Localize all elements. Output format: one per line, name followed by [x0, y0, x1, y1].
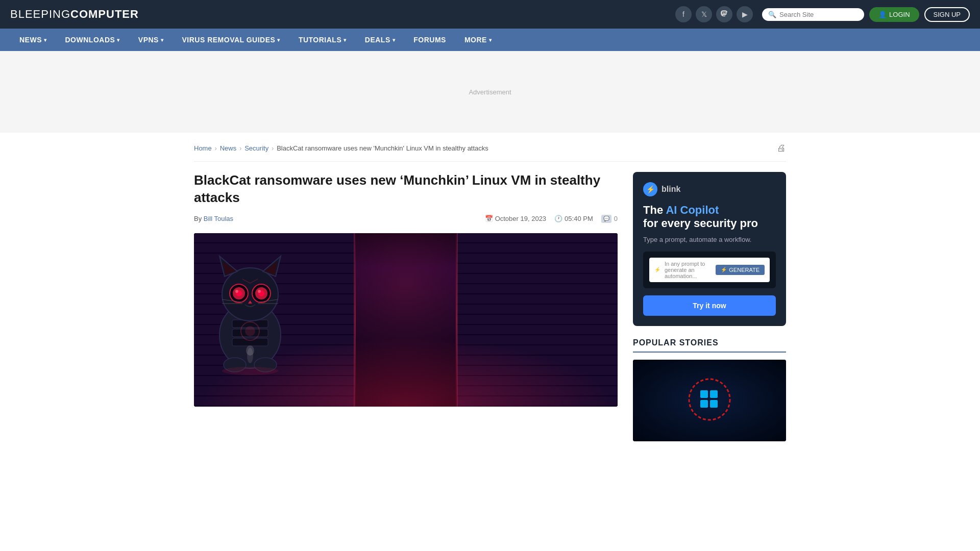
user-icon: 👤 — [878, 11, 887, 18]
breadcrumb-current: BlackCat ransomware uses new 'Munchkin' … — [277, 144, 488, 152]
comments-count[interactable]: 💬 0 — [601, 215, 618, 223]
nav-item-downloads[interactable]: DOWNLOADS ▾ — [56, 29, 129, 51]
breadcrumb-home[interactable]: Home — [194, 144, 212, 152]
logo-bold-text: COMPUTER — [70, 8, 139, 20]
author-link[interactable]: Bill Toulas — [204, 215, 233, 222]
print-icon[interactable]: 🖨 — [777, 143, 786, 154]
blink-logo-name: blink — [662, 185, 680, 194]
twitter-icon[interactable]: 𝕏 — [696, 6, 712, 22]
svg-rect-34 — [700, 400, 708, 408]
breadcrumb-security[interactable]: Security — [244, 144, 268, 152]
breadcrumb-separator: › — [239, 145, 241, 152]
svg-point-5 — [245, 326, 255, 336]
social-icons: f 𝕏 ▶ — [675, 6, 753, 22]
header-right: f 𝕏 ▶ 🔍 👤 LOGIN SIGN UP — [675, 6, 970, 22]
logo-light-text: BLEEPING — [10, 8, 70, 20]
popular-story-image[interactable] — [633, 360, 786, 441]
top-ad-banner: Advertisement — [0, 51, 980, 133]
article-main: BlackCat ransomware uses new ‘Munchkin’ … — [194, 172, 618, 441]
popular-stories: POPULAR STORIES — [633, 338, 786, 441]
breadcrumb-separator: › — [215, 145, 217, 152]
article-title: BlackCat ransomware uses new ‘Munchkin’ … — [194, 172, 618, 207]
svg-rect-35 — [710, 400, 718, 408]
ad-input-row: ⚡ In any prompt to generate an automatio… — [649, 258, 770, 282]
sidebar: ⚡ blink The AI Copilot for every securit… — [633, 172, 786, 441]
breadcrumb: Home › News › Security › BlackCat ransom… — [194, 143, 786, 162]
comment-icon: 💬 — [601, 215, 611, 223]
svg-point-30 — [247, 348, 253, 363]
blink-logo-icon: ⚡ — [643, 182, 657, 196]
ad-input-placeholder: In any prompt to generate an automation.… — [665, 261, 712, 279]
svg-rect-33 — [710, 390, 718, 398]
svg-point-28 — [222, 367, 278, 375]
chevron-down-icon: ▾ — [489, 37, 492, 43]
svg-rect-32 — [700, 390, 708, 398]
meta-right: 📅 October 19, 2023 🕐 05:40 PM 💬 0 — [485, 215, 618, 223]
svg-point-18 — [258, 290, 261, 293]
ad-headline: The AI Copilot for every security pro — [643, 204, 776, 231]
ad-subtext: Type a prompt, automate a workflow. — [643, 236, 776, 243]
ad-input-area: ⚡ In any prompt to generate an automatio… — [643, 252, 776, 288]
chevron-down-icon: ▾ — [344, 37, 347, 43]
sidebar-ad: ⚡ blink The AI Copilot for every securit… — [633, 172, 786, 326]
search-input[interactable] — [779, 11, 858, 18]
signup-button[interactable]: SIGN UP — [924, 7, 970, 22]
nav-item-vpns[interactable]: VPNS ▾ — [129, 29, 173, 51]
cat-illustration — [194, 233, 618, 378]
nav-item-virus-removal[interactable]: VIRUS REMOVAL GUIDES ▾ — [173, 29, 289, 51]
chevron-down-icon: ▾ — [277, 37, 280, 43]
content-layout: BlackCat ransomware uses new ‘Munchkin’ … — [194, 172, 786, 441]
search-bar: 🔍 — [762, 8, 864, 21]
article-image — [194, 233, 618, 407]
svg-point-17 — [235, 290, 238, 293]
chevron-down-icon: ▾ — [393, 37, 396, 43]
nav-item-deals[interactable]: DEALS ▾ — [356, 29, 404, 51]
svg-rect-3 — [232, 338, 268, 346]
search-icon: 🔍 — [768, 11, 776, 18]
article-time: 🕐 05:40 PM — [554, 215, 593, 222]
lightning-icon: ⚡ — [721, 267, 727, 272]
nav-item-tutorials[interactable]: TUTORIALS ▾ — [289, 29, 356, 51]
nav-item-news[interactable]: NEWS ▾ — [10, 29, 56, 51]
chevron-down-icon: ▾ — [117, 37, 120, 43]
svg-point-31 — [689, 379, 730, 420]
chevron-down-icon: ▾ — [161, 37, 164, 43]
site-header: BLEEPINGCOMPUTER f 𝕏 ▶ 🔍 👤 LOGIN SIGN UP — [0, 0, 980, 29]
breadcrumb-news[interactable]: News — [220, 144, 237, 152]
main-container: Home › News › Security › BlackCat ransom… — [184, 133, 796, 452]
facebook-icon[interactable]: f — [675, 6, 692, 22]
article-author: By Bill Toulas — [194, 215, 233, 222]
chevron-down-icon: ▾ — [44, 37, 47, 43]
nav-item-more[interactable]: MORE ▾ — [455, 29, 501, 51]
blink-logo: ⚡ blink — [643, 182, 776, 196]
mastodon-icon[interactable] — [716, 6, 732, 22]
site-logo[interactable]: BLEEPINGCOMPUTER — [10, 8, 139, 21]
clock-icon: 🕐 — [554, 215, 562, 222]
main-nav: NEWS ▾ DOWNLOADS ▾ VPNS ▾ VIRUS REMOVAL … — [0, 29, 980, 51]
article-date: 📅 October 19, 2023 — [485, 215, 546, 222]
prompt-icon: ⚡ — [654, 267, 660, 272]
calendar-icon: 📅 — [485, 215, 493, 222]
nav-item-forums[interactable]: FORUMS — [404, 29, 455, 51]
try-it-now-button[interactable]: Try it now — [643, 295, 776, 316]
generate-button[interactable]: ⚡ GENERATE — [716, 265, 765, 275]
breadcrumb-separator: › — [272, 145, 274, 152]
youtube-icon[interactable]: ▶ — [737, 6, 753, 22]
article-meta: By Bill Toulas 📅 October 19, 2023 🕐 05:4… — [194, 215, 618, 223]
login-button[interactable]: 👤 LOGIN — [869, 7, 919, 22]
popular-stories-title: POPULAR STORIES — [633, 338, 786, 353]
